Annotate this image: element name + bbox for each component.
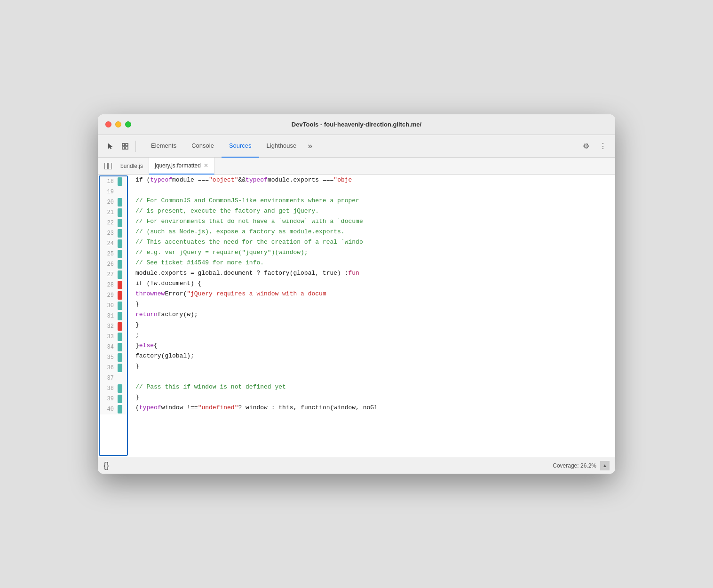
close-tab-icon[interactable]: ✕ xyxy=(204,162,208,169)
line-39-gutter: 39 xyxy=(100,394,127,404)
line-35-gutter: 35 xyxy=(100,352,127,363)
code-line-40: (typeof window !== "undefined" ? window … xyxy=(128,402,615,413)
settings-icon[interactable]: ⚙ xyxy=(579,140,593,153)
code-line-18: if (typeof module === "object" && typeof… xyxy=(128,175,615,185)
inspect-icon[interactable] xyxy=(119,140,132,153)
status-left: {} xyxy=(103,461,109,470)
line-40-gutter: 40 xyxy=(100,404,127,414)
coverage-bar-37 xyxy=(118,374,122,382)
coverage-bar-27 xyxy=(118,270,122,279)
line-33-gutter: 33 xyxy=(100,332,127,342)
line-numbers: 18 19 20 xyxy=(100,176,127,414)
code-line-23: // (such as Node.js), expose a factory a… xyxy=(128,226,615,237)
code-line-28: if (!w.document) { xyxy=(128,278,615,288)
svg-rect-5 xyxy=(108,163,112,169)
toolbar-divider xyxy=(135,141,136,152)
coverage-bar-35 xyxy=(118,353,122,362)
close-button[interactable] xyxy=(105,121,111,127)
coverage-bar-29 xyxy=(118,291,122,300)
code-line-27: module.exports = global.document ? facto… xyxy=(128,268,615,278)
format-button[interactable]: {} xyxy=(103,461,109,470)
coverage-bar-21 xyxy=(118,208,122,217)
code-line-32: } xyxy=(128,319,615,330)
coverage-bar-40 xyxy=(118,405,122,413)
coverage-bar-28 xyxy=(118,281,122,289)
coverage-bar-24 xyxy=(118,239,122,248)
tab-sources[interactable]: Sources xyxy=(222,135,259,158)
svg-rect-4 xyxy=(104,163,107,169)
line-31-gutter: 31 xyxy=(100,311,127,321)
line-20-gutter: 20 xyxy=(100,197,127,207)
code-line-25: // e.g. var jQuery = require("jquery")(w… xyxy=(128,247,615,257)
scroll-up-button[interactable]: ▲ xyxy=(600,461,610,470)
svg-rect-3 xyxy=(126,147,128,149)
coverage-bar-32 xyxy=(118,322,122,331)
maximize-button[interactable] xyxy=(125,121,131,127)
code-line-36: } xyxy=(128,361,615,371)
line-25-gutter: 25 xyxy=(100,249,127,259)
coverage-bar-31 xyxy=(118,312,122,320)
coverage-bar-18 xyxy=(118,177,122,186)
minimize-button[interactable] xyxy=(115,121,121,127)
coverage-bar-23 xyxy=(118,229,122,238)
traffic-lights xyxy=(105,121,131,127)
coverage-bar-39 xyxy=(118,395,122,403)
tab-lighthouse[interactable]: Lighthouse xyxy=(259,135,304,158)
line-27-gutter: 27 xyxy=(100,270,127,280)
code-line-24: // This accentuates the need for the cre… xyxy=(128,237,615,247)
line-38-gutter: 38 xyxy=(100,383,127,394)
code-line-31: return factory(w); xyxy=(128,309,615,319)
svg-rect-2 xyxy=(122,147,125,149)
file-tab-bundle[interactable]: bundle.js xyxy=(115,158,149,175)
menu-icon[interactable]: ⋮ xyxy=(596,140,610,153)
code-line-38: // Pass this if window is not defined ye… xyxy=(128,381,615,392)
tab-console[interactable]: Console xyxy=(184,135,222,158)
toolbar: Elements Console Sources Lighthouse » ⚙ … xyxy=(98,135,615,158)
statusbar: {} Coverage: 26.2% ▲ xyxy=(98,457,615,474)
panel-toggle-icon[interactable] xyxy=(102,159,115,173)
toolbar-right: ⚙ ⋮ xyxy=(579,140,610,153)
coverage-bar-26 xyxy=(118,260,122,269)
file-tabs: bundle.js jquery.js:formatted ✕ xyxy=(98,158,615,175)
code-line-26: // See ticket #14549 for more info. xyxy=(128,257,615,268)
line-gutter: 18 19 20 xyxy=(100,176,127,414)
code-line-39: } xyxy=(128,392,615,402)
line-37-gutter: 37 xyxy=(100,373,127,383)
code-line-19 xyxy=(128,185,615,195)
titlebar: DevTools - foul-heavenly-direction.glitc… xyxy=(98,114,615,135)
coverage-bar-34 xyxy=(118,343,122,351)
window-title: DevTools - foul-heavenly-direction.glitc… xyxy=(292,121,421,128)
line-29-gutter: 29 xyxy=(100,290,127,301)
line-24-gutter: 24 xyxy=(100,238,127,249)
line-28-gutter: 28 xyxy=(100,280,127,290)
code-line-21: // is present, execute the factory and g… xyxy=(128,206,615,216)
line-32-gutter: 32 xyxy=(100,321,127,332)
tab-elements[interactable]: Elements xyxy=(143,135,184,158)
line-36-gutter: 36 xyxy=(100,363,127,373)
line-19-gutter: 19 xyxy=(100,187,127,197)
code-line-29: throw new Error("jQuery requires a windo… xyxy=(128,288,615,299)
file-tab-jquery[interactable]: jquery.js:formatted ✕ xyxy=(149,158,214,175)
line-21-gutter: 21 xyxy=(100,207,127,218)
devtools-window: DevTools - foul-heavenly-direction.glitc… xyxy=(98,114,615,474)
editor-area: 18 19 20 xyxy=(98,175,615,457)
coverage-bar-20 xyxy=(118,198,122,207)
code-line-35: factory(global); xyxy=(128,350,615,361)
cursor-icon[interactable] xyxy=(103,140,117,153)
code-line-22: // For environments that do not have a `… xyxy=(128,216,615,226)
line-23-gutter: 23 xyxy=(100,228,127,238)
coverage-bar-22 xyxy=(118,219,122,227)
coverage-text: Coverage: 26.2% xyxy=(553,462,596,469)
code-line-33: ; xyxy=(128,330,615,340)
svg-rect-0 xyxy=(122,143,125,146)
svg-rect-1 xyxy=(126,143,128,146)
code-line-34: } else { xyxy=(128,340,615,350)
code-line-30: } xyxy=(128,299,615,309)
code-content[interactable]: if (typeof module === "object" && typeof… xyxy=(128,175,615,457)
tab-bar: Elements Console Sources Lighthouse » xyxy=(143,135,578,158)
more-tabs-button[interactable]: » xyxy=(304,139,316,153)
coverage-bar-33 xyxy=(118,333,122,341)
coverage-bar-30 xyxy=(118,302,122,310)
line-18-gutter: 18 xyxy=(100,176,127,187)
coverage-bar-36 xyxy=(118,364,122,372)
